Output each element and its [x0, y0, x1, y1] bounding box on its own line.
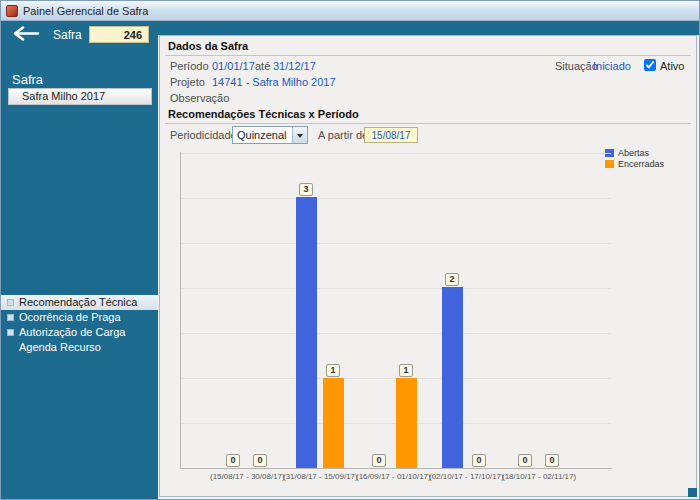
- situacao-label: Situação: [555, 60, 598, 72]
- chevron-down-icon: [292, 127, 307, 143]
- divider: [165, 55, 691, 56]
- bar-abertas: [296, 197, 317, 468]
- projeto-value[interactable]: 14741 - Safra Milho 2017: [212, 76, 336, 88]
- situacao-value[interactable]: Iniciado: [593, 60, 631, 72]
- app-window: Painel Gerencial de Safra Safra Safra Mi…: [0, 0, 700, 500]
- legend-label: Encerradas: [618, 159, 664, 169]
- bar-value-label: 0: [472, 454, 485, 467]
- periodicidade-select[interactable]: Quinzenal: [232, 126, 308, 144]
- category-label: (15/08/17 - 30/08/17): [210, 472, 283, 481]
- toolbar-safra-label: Safra: [53, 28, 82, 42]
- bar-chart: AbertasEncerradas 0031012000 (15/08/17 -…: [168, 146, 692, 498]
- bar-abertas: [442, 287, 463, 468]
- bar-slot: 2: [442, 152, 463, 468]
- back-button[interactable]: [7, 24, 43, 45]
- sidebar-title: Safra: [12, 72, 43, 87]
- dados-section-title: Dados da Safra: [168, 40, 248, 52]
- bar-value-label: 1: [399, 364, 412, 377]
- bar-slot: 0: [369, 152, 390, 468]
- bar-slot: 0: [469, 152, 490, 468]
- bar-groups: 0031012000: [180, 152, 611, 468]
- bar-slot: 1: [396, 152, 417, 468]
- sidebar: Safra Safra Milho 2017 Recomendação Técn…: [1, 21, 158, 499]
- resize-grip[interactable]: [688, 488, 697, 497]
- bar-group-3: 20: [429, 152, 502, 468]
- sidebar-item-label: Autorização de Carga: [19, 326, 125, 338]
- sidebar-item-1[interactable]: Ocorrência de Praga: [1, 310, 158, 325]
- app-icon: [6, 5, 18, 17]
- bar-encerradas: [323, 378, 344, 468]
- legend-label: Abertas: [618, 148, 649, 158]
- sidebar-item-3[interactable]: Agenda Recurso: [1, 340, 158, 355]
- bar-slot: 1: [323, 152, 344, 468]
- ativo-label: Ativo: [660, 60, 684, 72]
- periodo-label: Período: [170, 60, 209, 72]
- a-partir-de-label: A partir de: [318, 129, 368, 141]
- legend-entry: Abertas: [605, 147, 664, 158]
- bar-group-4: 00: [502, 152, 575, 468]
- bar-value-label: 0: [545, 454, 558, 467]
- periodo-end-value[interactable]: 31/12/17: [273, 60, 316, 72]
- sidebar-item-0[interactable]: Recomendação Técnica: [1, 295, 158, 310]
- sidebar-item-label: Agenda Recurso: [19, 341, 101, 353]
- category-label: (16/09/17 - 01/10/17): [356, 472, 429, 481]
- sidebar-item-label: Recomendação Técnica: [19, 296, 137, 308]
- sidebar-item-2[interactable]: Autorização de Carga: [1, 325, 158, 340]
- bar-value-label: 0: [226, 454, 239, 467]
- x-axis-line: [180, 468, 612, 469]
- square-bullet-icon: [7, 329, 14, 336]
- periodo-start-value[interactable]: 01/01/17: [212, 60, 255, 72]
- square-bullet-icon: [7, 299, 14, 306]
- main-panel: Dados da Safra Período 01/01/17 até 31/1…: [159, 35, 697, 497]
- back-arrow-icon: [10, 25, 40, 42]
- safra-id-input[interactable]: [89, 26, 149, 43]
- chart-legend: AbertasEncerradas: [605, 147, 664, 169]
- category-axis-labels: (15/08/17 - 30/08/17)(31/08/17 - 15/09/1…: [210, 472, 610, 481]
- bar-value-label: 0: [372, 454, 385, 467]
- bar-slot: 0: [250, 152, 271, 468]
- bar-group-0: 00: [210, 152, 283, 468]
- bar-slot: 3: [296, 152, 317, 468]
- periodicidade-label: Periodicidade: [170, 129, 237, 141]
- ate-label: até: [255, 60, 270, 72]
- bar-value-label: 2: [445, 273, 458, 286]
- category-label: (02/10/17 - 17/10/17): [429, 472, 502, 481]
- a-partir-de-input[interactable]: [364, 127, 418, 143]
- bar-slot: 0: [542, 152, 563, 468]
- category-label: (31/08/17 - 15/09/17): [283, 472, 356, 481]
- category-label: (18/10/17 - 02/11/17): [502, 472, 575, 481]
- bar-value-label: 3: [299, 183, 312, 196]
- divider: [165, 123, 691, 124]
- titlebar: Painel Gerencial de Safra: [1, 1, 699, 21]
- sidebar-safra-item[interactable]: Safra Milho 2017: [8, 88, 152, 105]
- periodicidade-selected-value: Quinzenal: [233, 127, 292, 143]
- projeto-label: Projeto: [170, 76, 205, 88]
- legend-entry: Encerradas: [605, 158, 664, 169]
- bar-encerradas: [396, 378, 417, 468]
- bar-value-label: 0: [253, 454, 266, 467]
- window-title: Painel Gerencial de Safra: [23, 5, 148, 17]
- plot-area: 0031012000: [180, 152, 611, 468]
- bar-group-1: 31: [283, 152, 356, 468]
- bar-value-label: 0: [518, 454, 531, 467]
- observacao-label: Observação: [170, 92, 229, 104]
- sidebar-menu: Recomendação TécnicaOcorrência de PragaA…: [1, 295, 158, 355]
- recomendacoes-section-title: Recomendações Técnicas x Período: [168, 108, 359, 120]
- ativo-checkbox[interactable]: [644, 59, 656, 71]
- bar-group-2: 01: [356, 152, 429, 468]
- bar-slot: 0: [223, 152, 244, 468]
- sidebar-item-label: Ocorrência de Praga: [19, 311, 121, 323]
- bar-slot: 0: [515, 152, 536, 468]
- square-bullet-icon: [7, 314, 14, 321]
- bar-value-label: 1: [326, 364, 339, 377]
